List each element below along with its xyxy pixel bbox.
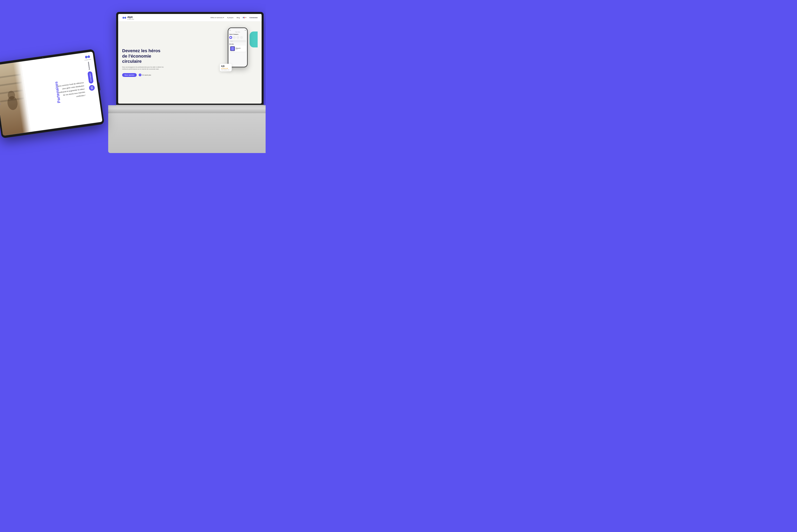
tablet-power-button[interactable] [99,82,101,90]
rating-stars: ★★★★★ [221,68,230,69]
tablet-screen: Découvrir en Agora Place Connexion Insc [0,52,102,136]
laptop-device: dipli en Agora Place Offres et services … [108,12,266,151]
en-savoir-plus-button[interactable]: + En savoir plus [139,74,151,76]
phone-category-icons [229,36,246,39]
hero-buttons: Nous rejoindre + En savoir plus [122,73,186,77]
phone-select-category: Select Category [229,34,246,35]
website-logo: dipli en Agora Place [122,16,134,20]
laptop-screen: dipli en Agora Place Offres et services … [118,14,262,103]
menu-line-2 [91,88,93,88]
svg-rect-0 [230,37,231,38]
tablet-dipli-logo: en Agora Place [84,54,91,61]
phone-screen: 9:27 ●●● Paris, France Select Category [228,28,247,67]
tablet-body: Découvrir en Agora Place Connexion Insc [0,49,105,138]
tablet-device: Découvrir en Agora Place Connexion Insc [0,49,105,138]
nav-link-apropos[interactable]: A propos [227,17,233,19]
plus-icon: + [139,74,141,76]
website-navbar: dipli en Agora Place Offres et services … [118,14,262,21]
rating-card: 4,6 ★★★★★ Global satisfaction note [220,64,232,71]
website-hero: Devenez les héros de l'économie circulai… [118,21,262,103]
tablet-content: en Agora Place Connexion Inscription Par… [21,52,102,132]
laptop-keyboard-area: ~` 1 2 3 4 5 6 7 8 9 0 - + delete tab Q … [108,113,266,153]
green-accent [250,32,258,48]
phone-product-sub: Apple [236,49,241,50]
rating-label: Global satisfaction note [221,69,230,70]
nous-rejoindre-button[interactable]: Nous rejoindre [122,73,137,77]
phone-status-bar: 9:27 ●●● [229,30,246,31]
menu-line-3 [91,89,93,89]
laptop-screen-outer: dipli en Agora Place Offres et services … [116,12,264,106]
tablet-menu-button[interactable] [89,85,95,91]
menu-line-1 [91,87,93,87]
phone-product-img [230,46,235,51]
laptop-base [108,105,266,113]
nav-link-blog[interactable]: Blog [236,17,240,19]
tablet-inscription-button[interactable]: Inscription [87,71,93,84]
rating-number: 4,6 [221,65,230,68]
phone-hot-sales: Hot sales [229,43,246,45]
hero-phone-section: 9:27 ●●● Paris, France Select Category [218,23,258,75]
phone-mockup: 9:27 ●●● Paris, France Select Category [228,27,248,67]
website-logo-sub: en Agora Place [127,19,134,20]
website-logo-text: dipli [127,16,134,19]
dipli-logo-icon [122,16,127,19]
cat-icon-active [229,36,232,39]
cat-icon-3 [236,36,239,39]
tablet-connexion[interactable]: Connexion [87,62,90,70]
nav-link-offres[interactable]: Offres et services ▾ [210,17,224,19]
svg-rect-2 [231,47,234,50]
phone-location: Paris, France [229,32,246,33]
hero-text: Devenez les héros de l'économie circulai… [122,48,186,77]
hero-subtitle: Nous accompagnons les professionnels pou… [122,66,170,70]
phone-product-name: iPhone 12 [236,48,241,49]
website-nav-links: Offres et services ▾ A propos Blog 🇫🇷 ▾ … [210,17,258,19]
cat-icon-4 [240,36,243,39]
nav-connexion[interactable]: Connexion [249,17,258,19]
phone-product-1: iPhone 12 Apple [229,45,246,52]
cat-icon-2 [233,36,236,39]
hero-title: Devenez les héros de l'économie circulai… [122,48,186,64]
nav-flag[interactable]: 🇫🇷 ▾ [243,17,246,19]
phone-search: Search [229,40,246,42]
